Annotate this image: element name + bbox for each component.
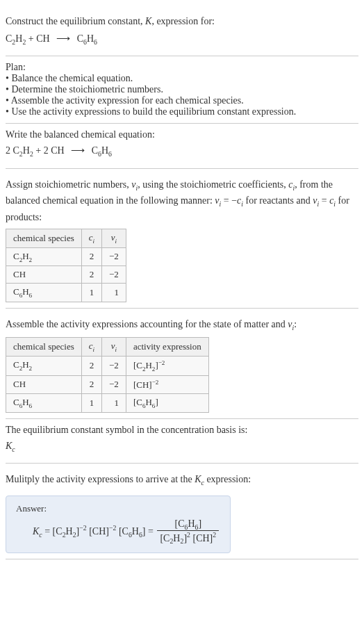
construct-text: Construct the equilibrium constant, [6, 16, 145, 26]
reactant-ch: CH [51, 145, 64, 156]
nui-cell: 1 [102, 394, 126, 413]
answer-box: Answer: Kc = [C2H2]−2 [CH]−2 [C6H6] = [C… [6, 496, 231, 553]
product-c6h6: C6H6 [77, 33, 97, 44]
plan-item: Assemble the activity expression for eac… [6, 95, 358, 106]
kc-symbol: Kc [6, 439, 358, 455]
stoich-table: chemical species ci νi C2H2 2 −2 CH 2 −2… [6, 229, 126, 302]
intro-section: Construct the equilibrium constant, K, e… [6, 6, 358, 56]
answer-label: Answer: [16, 503, 220, 514]
species-cell: C6H6 [6, 284, 82, 302]
plan-item: Determine the stoichiometric numbers. [6, 84, 358, 95]
balanced-section: Write the balanced chemical equation: 2 … [6, 124, 358, 168]
col-species: chemical species [6, 229, 82, 247]
reactant-c2h2: C2H2 [6, 33, 26, 44]
stoich-section: Assign stoichiometric numbers, νi, using… [6, 169, 358, 309]
activity-cell: [CH]−2 [126, 375, 208, 393]
table-row: CH 2 −2 [6, 266, 126, 284]
nui-cell: −2 [102, 247, 126, 266]
nui-cell: −2 [102, 266, 126, 284]
product-c6h6: C6H6 [92, 145, 112, 156]
plan-list: Balance the chemical equation. Determine… [6, 73, 358, 117]
expression-for: , expression for: [151, 16, 215, 26]
reaction-balanced: 2 C2H2 + 2 CH ⟶ C6H6 [6, 143, 358, 159]
col-ci: ci [81, 338, 101, 357]
numerator: [C6H6] [157, 518, 219, 532]
reactant-ch: CH [36, 33, 49, 44]
nui-cell: 1 [102, 284, 126, 302]
species-cell: C2H2 [6, 356, 82, 375]
reaction-unbalanced: C2H2 + CH ⟶ C6H6 [6, 31, 358, 47]
table-row: C6H6 1 1 [C6H6] [6, 394, 209, 413]
plan-item: Use the activity expressions to build th… [6, 106, 358, 117]
activity-table: chemical species ci νi activity expressi… [6, 337, 209, 412]
kc-expression: Kc = [C2H2]−2 [CH]−2 [C6H6] = [C6H6][C2H… [16, 518, 220, 546]
col-nui: νi [102, 229, 126, 247]
ci-cell: 2 [81, 247, 101, 266]
ci-cell: 2 [81, 266, 101, 284]
ci-cell: 2 [81, 375, 101, 393]
table-header-row: chemical species ci νi [6, 229, 126, 247]
species-cell: CH [6, 375, 82, 393]
stoich-text: Assign stoichiometric numbers, νi, using… [6, 177, 358, 224]
multiply-text: Mulitply the activity expressions to arr… [6, 472, 358, 488]
coef-2: 2 [44, 145, 51, 156]
plan-item: Balance the chemical equation. [6, 73, 358, 84]
activity-section: Assemble the activity expressions accoun… [6, 309, 358, 419]
activity-intro: Assemble the activity expressions accoun… [6, 317, 358, 333]
nui-cell: −2 [102, 356, 126, 375]
plus-2: + [33, 145, 44, 156]
arrow-icon: ⟶ [56, 33, 70, 44]
activity-cell: [C2H2]−2 [126, 356, 208, 375]
construct-line: Construct the equilibrium constant, K, e… [6, 14, 358, 28]
denominator: [C2H2]2 [CH]2 [157, 531, 219, 545]
arrow-icon: ⟶ [71, 145, 85, 156]
species-cell: CH [6, 266, 82, 284]
balanced-intro: Write the balanced chemical equation: [6, 129, 358, 140]
table-row: CH 2 −2 [CH]−2 [6, 375, 209, 393]
symbol-text: The equilibrium constant symbol in the c… [6, 425, 358, 436]
nui-cell: −2 [102, 375, 126, 393]
table-header-row: chemical species ci νi activity expressi… [6, 338, 209, 357]
reactant-c2h2: C2H2 [13, 145, 33, 156]
col-species: chemical species [6, 338, 82, 357]
activity-cell: [C6H6] [126, 394, 208, 413]
ci-cell: 1 [81, 394, 101, 413]
col-ci: ci [81, 229, 101, 247]
K-var: K [145, 16, 151, 26]
plus-1: + [26, 33, 36, 44]
symbol-section: The equilibrium constant symbol in the c… [6, 419, 358, 464]
coef-1: 2 [6, 145, 13, 156]
table-row: C2H2 2 −2 [C2H2]−2 [6, 356, 209, 375]
multiply-section: Mulitply the activity expressions to arr… [6, 464, 358, 559]
plan-section: Plan: Balance the chemical equation. Det… [6, 56, 358, 124]
col-activity: activity expression [126, 338, 208, 357]
fraction: [C6H6][C2H2]2 [CH]2 [157, 518, 219, 546]
col-nui: νi [102, 338, 126, 357]
ci-cell: 1 [81, 284, 101, 302]
plan-label: Plan: [6, 62, 358, 73]
ci-cell: 2 [81, 356, 101, 375]
table-row: C2H2 2 −2 [6, 247, 126, 266]
species-cell: C2H2 [6, 247, 82, 266]
species-cell: C6H6 [6, 394, 82, 413]
table-row: C6H6 1 1 [6, 284, 126, 302]
